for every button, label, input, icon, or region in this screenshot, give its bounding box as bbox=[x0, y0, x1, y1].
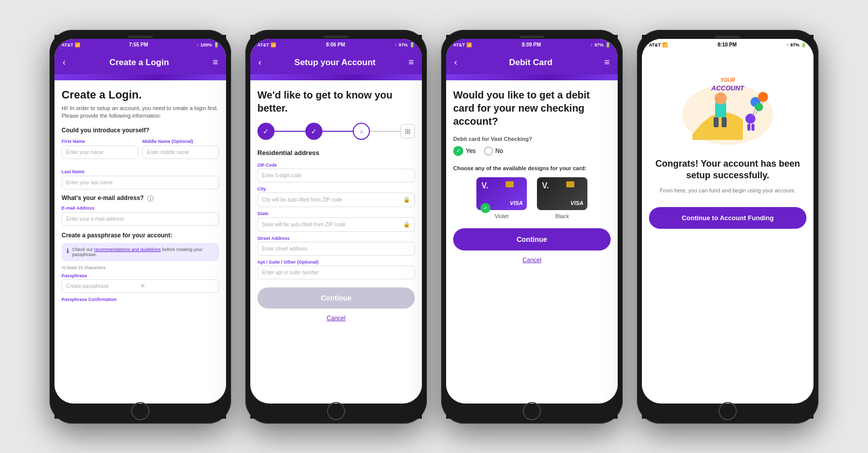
city-label: City bbox=[257, 186, 415, 191]
battery-2: 97% bbox=[399, 42, 408, 47]
home-indicator-4 bbox=[642, 404, 813, 419]
passphrase-info-text: Check our recommendations and guidelines… bbox=[72, 247, 214, 257]
home-indicator-3 bbox=[446, 404, 618, 419]
svg-point-11 bbox=[758, 92, 768, 102]
city-input[interactable]: City will be auto-filled from ZIP code 🔒 bbox=[257, 192, 415, 207]
apt-placeholder: Enter apt or suite number bbox=[262, 270, 319, 275]
nav-title-1: Create a Login bbox=[110, 58, 169, 68]
phone-2: AT&T 📶 8:06 PM ↑ 97% 🔋 ‹ Setup your Acco… bbox=[245, 30, 427, 424]
back-icon-2[interactable]: ‹ bbox=[258, 57, 261, 68]
passphrase-input[interactable]: Create passphrase 👁 bbox=[62, 279, 219, 293]
battery-icon-1: 🔋 bbox=[213, 42, 219, 47]
last-name-label: Last Name bbox=[62, 169, 219, 174]
arrow-icon-2: ↑ bbox=[395, 42, 397, 47]
menu-icon-2[interactable]: ≡ bbox=[408, 57, 414, 68]
phone-top-1 bbox=[55, 35, 226, 39]
phone-1: AT&T 📶 7:55 PM ↑ 100% 🔋 ‹ Create a Login… bbox=[49, 30, 231, 424]
wifi-icon-4: 📶 bbox=[662, 42, 668, 47]
middle-name-label: Middle Name (Optional) bbox=[142, 139, 219, 144]
status-right-3: ↑ 97% 🔋 bbox=[590, 42, 611, 47]
debit-title: Would you like to get a debit card for y… bbox=[453, 88, 611, 128]
info-icon[interactable]: i bbox=[147, 195, 153, 202]
no-label: No bbox=[496, 147, 503, 155]
brush-divider-3 bbox=[446, 74, 618, 80]
home-indicator-1 bbox=[55, 404, 226, 419]
progress-line-2 bbox=[322, 131, 353, 132]
eye-icon[interactable]: 👁 bbox=[140, 283, 214, 289]
card-visa-black: VISA bbox=[541, 200, 583, 206]
nav-title-2: Setup your Account bbox=[294, 58, 375, 68]
street-input[interactable]: Enter street address bbox=[257, 242, 415, 256]
carrier-2: AT&T bbox=[257, 42, 269, 47]
arrow-icon-4: ↑ bbox=[786, 42, 789, 47]
name-row: First Name Enter your name Middle Name (… bbox=[62, 139, 219, 164]
cancel-link-3[interactable]: Cancel bbox=[453, 257, 611, 264]
card-design-violet[interactable]: V. VISA ✓ Violet bbox=[476, 177, 527, 219]
card-design-black[interactable]: V. VISA Black bbox=[537, 177, 587, 219]
apt-input[interactable]: Enter apt or suite number bbox=[257, 266, 415, 279]
time-4: 8:10 PM bbox=[718, 42, 737, 47]
card-selected-icon-violet: ✓ bbox=[480, 203, 491, 213]
wifi-icon-1: 📶 bbox=[75, 42, 80, 47]
phone-3: AT&T 📶 8:09 PM ↑ 97% 🔋 ‹ Debit Card ≡ Wo… bbox=[441, 30, 623, 424]
state-input[interactable]: State will be auto-filled from ZIP code … bbox=[257, 217, 415, 232]
svg-text:YOUR: YOUR bbox=[721, 77, 736, 83]
status-left-4: AT&T 📶 bbox=[649, 42, 668, 47]
city-placeholder: City will be auto-filled from ZIP code bbox=[262, 197, 342, 203]
continue-account-button[interactable]: Continue to Account Funding bbox=[649, 207, 806, 229]
no-radio-icon bbox=[484, 146, 493, 156]
battery-icon-2: 🔋 bbox=[409, 42, 415, 47]
middle-name-group: Middle Name (Optional) Enter middle name bbox=[142, 139, 219, 159]
home-circle-4[interactable] bbox=[719, 402, 737, 420]
home-circle-3[interactable] bbox=[523, 402, 541, 420]
progress-bar: ✓ ✓ ⌂ ⊞ bbox=[257, 123, 415, 140]
phone-inner-4: AT&T 📶 8:10 PM ↑ 97% 🔋 bbox=[642, 39, 813, 404]
battery-icon-4: 🔋 bbox=[801, 42, 806, 47]
wifi-icon-2: 📶 bbox=[270, 42, 276, 47]
phone-inner-3: AT&T 📶 8:09 PM ↑ 97% 🔋 ‹ Debit Card ≡ Wo… bbox=[446, 39, 618, 404]
zip-input[interactable]: Enter 5-digit code bbox=[257, 169, 415, 182]
success-svg: YOUR ACCOUNT bbox=[677, 59, 778, 150]
carrier-4: AT&T bbox=[649, 42, 661, 47]
email-input[interactable]: Enter your e-mail address bbox=[62, 212, 219, 226]
card-black-wrapper: V. VISA bbox=[537, 177, 587, 210]
phone-4: AT&T 📶 8:10 PM ↑ 97% 🔋 bbox=[637, 30, 819, 424]
first-name-group: First Name Enter your name bbox=[62, 139, 138, 159]
brush-divider-1 bbox=[55, 74, 226, 80]
apt-label: Apt / Suite / Other (Optional) bbox=[257, 260, 415, 265]
continue-button-2[interactable]: Continue bbox=[257, 287, 415, 309]
status-bar-1: AT&T 📶 7:55 PM ↑ 100% 🔋 bbox=[55, 39, 226, 51]
no-option[interactable]: No bbox=[484, 146, 503, 156]
screen-content-1: Create a Login. Hi! In order to setup an… bbox=[55, 80, 226, 404]
email-heading: What's your e-mail address? i bbox=[62, 194, 219, 202]
last-name-input[interactable]: Enter your last name bbox=[62, 176, 219, 189]
first-name-input[interactable]: Enter your name bbox=[62, 145, 138, 159]
state-label: State bbox=[257, 211, 415, 216]
back-icon-3[interactable]: ‹ bbox=[454, 57, 457, 68]
last-name-group: Last Name Enter your last name bbox=[62, 169, 219, 189]
time-3: 8:09 PM bbox=[522, 42, 541, 47]
menu-icon-1[interactable]: ≡ bbox=[212, 57, 218, 68]
speaker-2 bbox=[323, 36, 349, 38]
back-icon-1[interactable]: ‹ bbox=[63, 57, 66, 68]
passphrase-guidelines-link[interactable]: recommendations and guidelines bbox=[94, 247, 161, 252]
screen-content-3: Would you like to get a debit card for y… bbox=[446, 80, 618, 404]
continue-button-3[interactable]: Continue bbox=[453, 228, 611, 250]
svg-rect-9 bbox=[751, 124, 754, 131]
create-login-subtitle: Hi! In order to setup an account, you ne… bbox=[62, 105, 219, 120]
screen-content-4: YOUR ACCOUNT Congrats! Your ac bbox=[642, 51, 813, 404]
cancel-link-2[interactable]: Cancel bbox=[257, 315, 415, 322]
status-right-4: ↑ 97% 🔋 bbox=[786, 42, 806, 47]
card-name-black: Black bbox=[556, 213, 569, 219]
battery-4: 97% bbox=[790, 42, 799, 47]
middle-name-input[interactable]: Enter middle name bbox=[142, 145, 219, 159]
status-right-2: ↑ 97% 🔋 bbox=[395, 42, 415, 47]
congrats-subtitle: From here, you can fund and begin using … bbox=[660, 186, 796, 195]
home-circle-1[interactable] bbox=[131, 402, 149, 420]
street-label: Street Address bbox=[257, 236, 415, 241]
battery-1: 100% bbox=[200, 42, 212, 47]
menu-icon-3[interactable]: ≡ bbox=[604, 57, 610, 68]
yes-check-icon: ✓ bbox=[453, 146, 463, 156]
yes-option[interactable]: ✓ Yes bbox=[453, 146, 476, 156]
home-circle-2[interactable] bbox=[327, 402, 345, 420]
